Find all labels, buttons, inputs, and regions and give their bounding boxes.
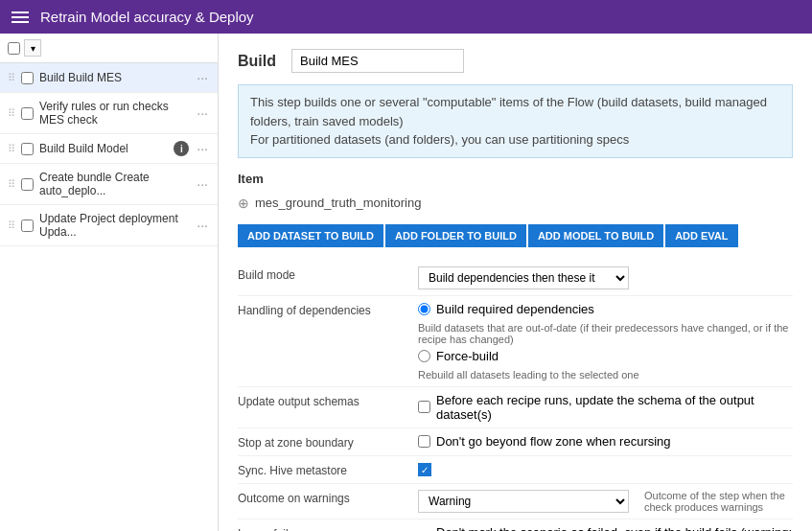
sidebar-header: ▾ xyxy=(0,34,218,63)
item-checkbox-2[interactable] xyxy=(21,143,34,155)
ignore-failure-row: Ignore failure Don't mark the scenario a… xyxy=(238,519,793,532)
stop-zone-label: Stop at zone boundary xyxy=(238,434,410,450)
update-schemas-control: Before each recipe runs, update the sche… xyxy=(418,393,793,422)
outcome-warnings-label: Outcome on warnings xyxy=(238,490,410,505)
item-checkbox-0[interactable] xyxy=(21,72,34,84)
build-mode-select[interactable]: Build dependencies then these it Build o… xyxy=(418,266,629,289)
drag-handle: ⠿ xyxy=(8,107,15,120)
handling-deps-control: Build required dependencies Build datase… xyxy=(418,302,793,381)
outcome-warnings-select[interactable]: Warning Error OK xyxy=(418,490,629,513)
update-schemas-checkbox-row[interactable]: Before each recipe runs, update the sche… xyxy=(418,393,793,422)
radio-force-input[interactable] xyxy=(418,350,430,362)
stop-zone-checkbox-row[interactable]: Don't go beyond flow zone when recursing xyxy=(418,434,793,449)
section-title: Build xyxy=(238,53,276,70)
deps-hint1: Build datasets that are out-of-date (if … xyxy=(418,322,793,345)
sidebar-item-build-model[interactable]: ⠿ Build Build Model i ··· xyxy=(0,134,218,164)
build-name-input[interactable] xyxy=(291,49,464,73)
menu-icon[interactable] xyxy=(12,12,29,23)
ignore-failure-label: Ignore failure xyxy=(238,525,410,532)
drag-handle: ⠿ xyxy=(8,72,15,84)
item-label-0: Build Build MES xyxy=(39,71,189,84)
info-line-1: This step builds one or several "computa… xyxy=(250,93,780,130)
radio-required-label: Build required dependencies xyxy=(436,302,594,316)
action-buttons: ADD DATASET TO BUILD ADD FOLDER TO BUILD… xyxy=(238,224,793,247)
ignore-failure-checkbox-row[interactable]: Don't mark the scenario as failed, even … xyxy=(418,525,793,532)
content-panel: Build This step builds one or several "c… xyxy=(219,34,812,531)
sync-hive-label: Sync. Hive metastore xyxy=(238,462,410,477)
info-line-2: For partitioned datasets (and folders), … xyxy=(250,130,780,150)
sidebar-item-update-project[interactable]: ⠿ Update Project deployment Upda... ··· xyxy=(0,205,218,246)
handling-deps-label: Handling of dependencies xyxy=(238,302,410,317)
stop-zone-row: Stop at zone boundary Don't go beyond fl… xyxy=(238,428,793,456)
page-title: Retrain Model accuracy & Deploy xyxy=(40,9,254,25)
item-label: Item xyxy=(238,172,793,186)
dataset-name-0: mes_ground_truth_monitoring xyxy=(255,196,421,210)
radio-force[interactable]: Force-build xyxy=(418,349,793,363)
dataset-item-0: ⊕ mes_ground_truth_monitoring xyxy=(238,192,793,215)
ignore-failure-hint: Don't mark the scenario as failed, even … xyxy=(436,525,793,532)
build-mode-label: Build mode xyxy=(238,266,410,282)
form-section: Build mode Build dependencies then these… xyxy=(238,261,793,532)
dropdown-btn[interactable]: ▾ xyxy=(24,39,41,57)
sync-hive-row: Sync. Hive metastore ✓ xyxy=(238,456,793,484)
item-label-3: Create bundle Create auto_deplo... xyxy=(39,171,189,197)
info-box: This step builds one or several "computa… xyxy=(238,84,793,158)
sidebar-item-build-mes[interactable]: ⠿ Build Build MES ··· xyxy=(0,63,218,93)
add-model-button[interactable]: ADD MODEL TO BUILD xyxy=(528,224,663,247)
item-label-1: Verify rules or run checks MES check xyxy=(39,100,189,127)
select-all-checkbox[interactable] xyxy=(8,42,20,55)
build-mode-row: Build mode Build dependencies then these… xyxy=(238,261,793,296)
deps-hint2: Rebuild all datasets leading to the sele… xyxy=(418,369,793,381)
outcome-warnings-hint: Outcome of the step when the check produ… xyxy=(644,490,793,513)
item-more-4[interactable]: ··· xyxy=(195,218,210,233)
outcome-warnings-control: Warning Error OK Outcome of the step whe… xyxy=(418,490,793,513)
stop-zone-checkbox[interactable] xyxy=(418,435,430,448)
dataset-icon-0: ⊕ xyxy=(238,196,249,211)
item-checkbox-3[interactable] xyxy=(21,178,34,191)
add-eval-button[interactable]: ADD EVAL xyxy=(665,224,737,247)
item-more-0[interactable]: ··· xyxy=(195,70,210,85)
update-schemas-label: Update output schemas xyxy=(238,393,410,408)
sidebar: ▾ ⠿ Build Build MES ··· ⠿ Verify rules o… xyxy=(0,34,219,531)
update-schemas-checkbox[interactable] xyxy=(418,401,430,413)
outcome-warnings-row: Outcome on warnings Warning Error OK Out… xyxy=(238,484,793,519)
item-more-1[interactable]: ··· xyxy=(195,105,210,121)
add-dataset-button[interactable]: ADD DATASET TO BUILD xyxy=(238,224,383,247)
item-more-2[interactable]: ··· xyxy=(195,141,210,156)
info-icon: i xyxy=(174,141,189,156)
item-section: Item ⊕ mes_ground_truth_monitoring xyxy=(238,172,793,215)
top-bar: Retrain Model accuracy & Deploy xyxy=(0,0,812,34)
update-schemas-row: Update output schemas Before each recipe… xyxy=(238,387,793,428)
drag-handle: ⠿ xyxy=(8,219,15,232)
item-label-2: Build Build Model xyxy=(39,142,168,155)
build-mode-control: Build dependencies then these it Build o… xyxy=(418,266,793,289)
item-more-3[interactable]: ··· xyxy=(195,176,210,192)
sync-hive-control: ✓ xyxy=(418,462,793,477)
item-checkbox-1[interactable] xyxy=(21,107,34,120)
ignore-failure-control: Don't mark the scenario as failed, even … xyxy=(418,525,793,532)
radio-force-label: Force-build xyxy=(436,349,499,363)
radio-required[interactable]: Build required dependencies xyxy=(418,302,793,316)
stop-zone-control: Don't go beyond flow zone when recursing xyxy=(418,434,793,449)
sync-hive-checkbox[interactable]: ✓ xyxy=(418,463,431,476)
item-label-4: Update Project deployment Upda... xyxy=(39,212,189,239)
radio-required-input[interactable] xyxy=(418,303,430,315)
add-folder-button[interactable]: ADD FOLDER TO BUILD xyxy=(385,224,526,247)
stop-zone-hint: Don't go beyond flow zone when recursing xyxy=(436,434,671,449)
content-header: Build xyxy=(238,49,793,73)
drag-handle: ⠿ xyxy=(8,178,15,191)
main-layout: ▾ ⠿ Build Build MES ··· ⠿ Verify rules o… xyxy=(0,34,812,531)
sidebar-item-verify-rules[interactable]: ⠿ Verify rules or run checks MES check ·… xyxy=(0,93,218,134)
handling-deps-row: Handling of dependencies Build required … xyxy=(238,296,793,387)
sidebar-item-create-bundle[interactable]: ⠿ Create bundle Create auto_deplo... ··· xyxy=(0,164,218,205)
drag-handle: ⠿ xyxy=(8,143,15,155)
item-checkbox-4[interactable] xyxy=(21,219,34,232)
update-schemas-hint: Before each recipe runs, update the sche… xyxy=(436,393,793,422)
